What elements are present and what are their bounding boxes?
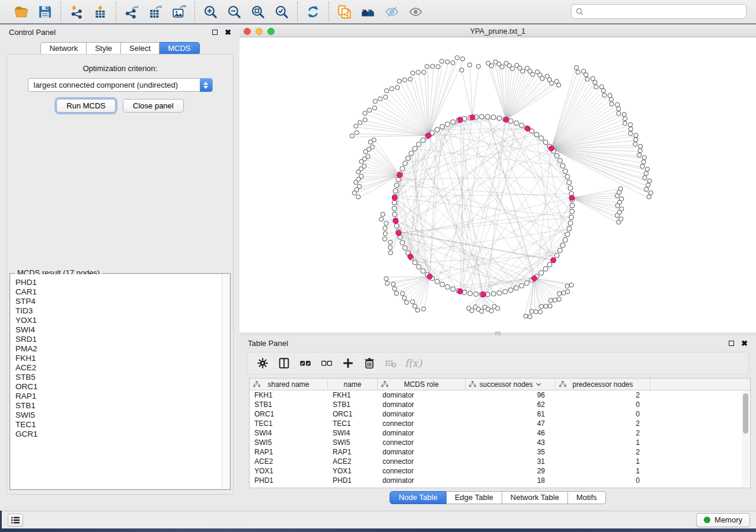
table-row[interactable]: PHD1PHD1dominator180 (250, 476, 750, 485)
list-item[interactable]: STP4 (15, 297, 229, 306)
table-settings-button[interactable] (252, 354, 273, 372)
table-cell: dominator (378, 409, 465, 419)
table-cell: 46 (465, 428, 556, 438)
zoom-fit-button[interactable] (246, 2, 270, 21)
table-panel: Table Panel ✖ (240, 335, 756, 511)
select-all-button[interactable] (295, 354, 316, 372)
list-item[interactable]: TEC1 (15, 420, 229, 430)
import-network-button[interactable] (65, 2, 88, 21)
column-type-icon (253, 381, 260, 387)
table-tab-edge-table[interactable]: Edge Table (446, 491, 502, 504)
tab-style[interactable]: Style (87, 42, 121, 55)
table-toolbar: f(x) (247, 352, 749, 374)
list-item[interactable]: SRD1 (15, 335, 229, 344)
function-builder-button[interactable]: f(x) (401, 354, 423, 372)
table-row[interactable]: TEC1TEC1connector472 (250, 419, 750, 428)
list-item[interactable]: SWI4 (15, 325, 229, 335)
table-row[interactable]: STB1STB1dominator620 (250, 400, 750, 409)
mcds-list-scrollbar[interactable] (222, 274, 229, 489)
list-item[interactable]: CAR1 (15, 287, 229, 297)
show-details-button[interactable] (404, 2, 428, 21)
table-row[interactable]: YOX1YOX1connector291 (250, 466, 750, 476)
table-row[interactable]: ORC1ORC1dominator610 (250, 409, 750, 419)
import-table-button[interactable] (88, 2, 112, 21)
search-box[interactable] (571, 4, 747, 19)
run-mcds-button[interactable]: Run MCDS (56, 99, 116, 113)
table-row[interactable]: FKH1FKH1dominator962 (250, 390, 750, 400)
hide-details-button[interactable] (380, 2, 404, 21)
show-details-icon (408, 4, 423, 20)
list-item[interactable]: ORC1 (15, 382, 229, 392)
list-item[interactable]: PHD1 (15, 278, 229, 287)
tab-select[interactable]: Select (121, 42, 160, 55)
list-item[interactable]: PMA2 (15, 344, 229, 354)
delete-table-button[interactable] (380, 354, 401, 372)
deselect-all-button[interactable] (316, 354, 337, 372)
close-panel-icon[interactable]: ✖ (225, 28, 231, 36)
list-item[interactable]: ACE2 (15, 363, 229, 373)
criterion-dropdown[interactable]: largest connected component (undirected) (28, 78, 213, 92)
close-panel-button[interactable]: Close panel (123, 99, 184, 113)
hide-details-icon (384, 4, 400, 20)
deselect-all-icon (320, 357, 333, 370)
search-input[interactable] (586, 8, 742, 16)
zoom-selected-button[interactable] (270, 2, 294, 21)
table-scrollbar[interactable] (742, 391, 749, 487)
open-session-button[interactable] (9, 2, 33, 21)
export-network-button[interactable] (120, 2, 143, 21)
table-tab-network-table[interactable]: Network Table (502, 491, 568, 504)
column-label: successor nodes (479, 380, 532, 389)
table-close-panel-icon[interactable]: ✖ (741, 339, 748, 347)
table-tab-motifs[interactable]: Motifs (568, 491, 606, 504)
column-header-predecessor-nodes[interactable]: predecessor nodes (556, 379, 650, 390)
table-row[interactable]: ACE2ACE2connector311 (250, 457, 750, 466)
table-cell: RAP1 (250, 447, 328, 457)
column-header-name[interactable]: name (328, 379, 378, 390)
export-table-icon (148, 4, 163, 20)
table-float-panel-icon[interactable] (729, 341, 734, 346)
export-image-button[interactable] (167, 2, 191, 21)
right-column: YPA_prune.txt_1 Table Panel ✖ (240, 24, 756, 511)
float-panel-icon[interactable] (212, 30, 218, 35)
column-header-shared-name[interactable]: shared name (250, 379, 328, 390)
network-canvas-svg (240, 38, 756, 332)
home-layout-button[interactable] (356, 2, 380, 21)
memory-status-icon (704, 517, 710, 523)
delete-column-button[interactable] (359, 354, 380, 372)
add-column-button[interactable] (337, 354, 359, 372)
split-view-button[interactable] (273, 354, 295, 372)
table-cell: 47 (465, 419, 556, 428)
save-session-button[interactable] (33, 2, 57, 21)
refresh-button[interactable] (301, 2, 325, 21)
network-canvas[interactable] (240, 38, 756, 332)
desktop-wallpaper-bottom (0, 528, 756, 532)
list-item[interactable]: YOX1 (15, 316, 229, 325)
zoom-out-button[interactable] (222, 2, 246, 21)
column-label: MCDS role (404, 380, 439, 389)
memory-button[interactable]: Memory (696, 513, 750, 527)
export-table-button[interactable] (143, 2, 167, 21)
table-scrollbar-thumb[interactable] (743, 393, 748, 434)
column-header-MCDS-role[interactable]: MCDS role (378, 379, 465, 390)
table-cell: SWI4 (328, 428, 378, 438)
table-row[interactable]: RAP1RAP1dominator352 (250, 447, 750, 457)
list-item[interactable]: RAP1 (15, 392, 229, 401)
list-item[interactable]: FKH1 (15, 354, 229, 363)
column-header-successor-nodes[interactable]: successor nodes (465, 379, 556, 390)
network-titlebar[interactable]: YPA_prune.txt_1 (240, 25, 756, 37)
table-row[interactable]: SWI4SWI4dominator462 (250, 428, 750, 438)
task-history-button[interactable] (8, 514, 23, 527)
tab-network[interactable]: Network (40, 42, 87, 55)
tab-mcds[interactable]: MCDS (160, 42, 199, 55)
zoom-in-button[interactable] (199, 2, 222, 21)
list-item[interactable]: SWI5 (15, 411, 229, 420)
export-network-icon (124, 4, 139, 20)
list-item[interactable]: GCR1 (15, 430, 229, 439)
list-item[interactable]: STB1 (15, 401, 229, 411)
duplicate-network-button[interactable] (333, 2, 356, 21)
list-item[interactable]: STB5 (15, 373, 229, 382)
table-row[interactable]: SWI5SWI5connector431 (250, 438, 750, 447)
table-tab-node-table[interactable]: Node Table (390, 491, 446, 504)
list-item[interactable]: TID3 (15, 306, 229, 316)
network-window-title: YPA_prune.txt_1 (240, 27, 756, 36)
